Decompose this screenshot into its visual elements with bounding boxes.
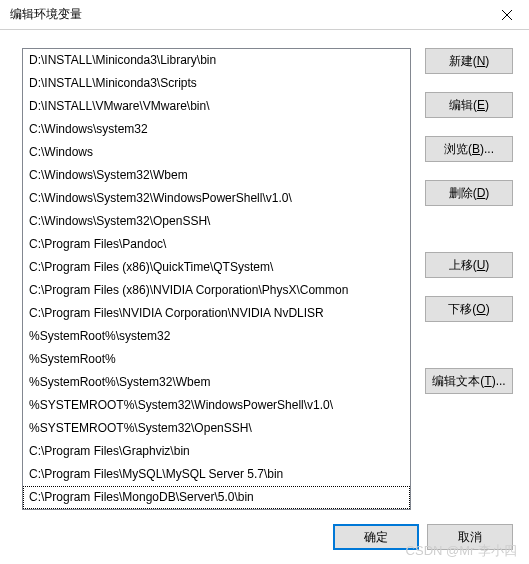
path-list-item[interactable]: C:\Windows (23, 141, 410, 164)
cancel-button[interactable]: 取消 (427, 524, 513, 550)
path-list-item[interactable]: C:\Program Files\MySQL\MySQL Server 5.7\… (23, 463, 410, 486)
path-list-item[interactable]: C:\Windows\System32\OpenSSH\ (23, 210, 410, 233)
path-list-item[interactable]: D:\INSTALL\Miniconda3\Library\bin (23, 49, 410, 72)
close-button[interactable] (484, 0, 529, 30)
path-list-item[interactable]: C:\Program Files\NVIDIA Corporation\NVID… (23, 302, 410, 325)
title-bar: 编辑环境变量 (0, 0, 529, 30)
path-list-item[interactable]: C:\Windows\System32\WindowsPowerShell\v1… (23, 187, 410, 210)
path-list-item[interactable]: C:\Program Files\Graphviz\bin (23, 440, 410, 463)
path-list-item[interactable]: %SystemRoot% (23, 348, 410, 371)
path-list-item[interactable]: C:\Windows\system32 (23, 118, 410, 141)
path-list-item[interactable]: C:\Program Files\MongoDB\Server\5.0\bin (23, 486, 410, 509)
edit-text-button[interactable]: 编辑文本(T)... (425, 368, 513, 394)
path-list-item[interactable]: D:\INSTALL\Miniconda3\Scripts (23, 72, 410, 95)
edit-button[interactable]: 编辑(E) (425, 92, 513, 118)
delete-button[interactable]: 删除(D) (425, 180, 513, 206)
new-button[interactable]: 新建(N) (425, 48, 513, 74)
path-list-item[interactable]: C:\Program Files (x86)\NVIDIA Corporatio… (23, 279, 410, 302)
move-down-button[interactable]: 下移(O) (425, 296, 513, 322)
path-list-item[interactable]: %SYSTEMROOT%\System32\WindowsPowerShell\… (23, 394, 410, 417)
path-list-item[interactable]: D:\INSTALL\VMware\VMware\bin\ (23, 95, 410, 118)
dialog-content: D:\INSTALL\Miniconda3\Library\binD:\INST… (0, 30, 529, 510)
path-list-item[interactable]: C:\Program Files (x86)\QuickTime\QTSyste… (23, 256, 410, 279)
dialog-footer: 确定 取消 (333, 524, 513, 550)
path-list-item[interactable]: %SYSTEMROOT%\System32\OpenSSH\ (23, 417, 410, 440)
browse-button[interactable]: 浏览(B)... (425, 136, 513, 162)
ok-button[interactable]: 确定 (333, 524, 419, 550)
path-list-item[interactable]: C:\Windows\System32\Wbem (23, 164, 410, 187)
path-list-item[interactable]: %SystemRoot%\system32 (23, 325, 410, 348)
close-icon (502, 10, 512, 20)
path-list-item[interactable]: %SystemRoot%\System32\Wbem (23, 371, 410, 394)
path-list-item[interactable]: C:\Program Files\Pandoc\ (23, 233, 410, 256)
move-up-button[interactable]: 上移(U) (425, 252, 513, 278)
path-list[interactable]: D:\INSTALL\Miniconda3\Library\binD:\INST… (22, 48, 411, 510)
window-title: 编辑环境变量 (10, 6, 82, 23)
button-sidebar: 新建(N) 编辑(E) 浏览(B)... 删除(D) 上移(U) 下移(O) 编… (425, 48, 513, 510)
